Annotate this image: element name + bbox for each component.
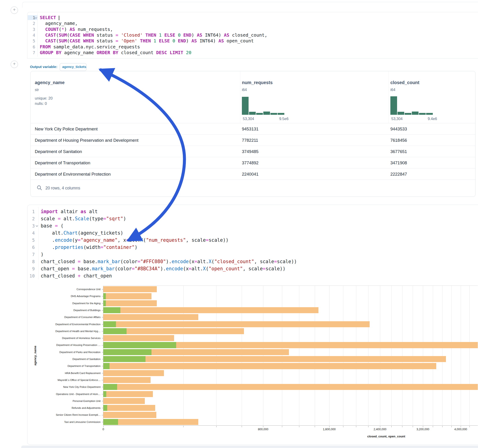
bar-closed-count (103, 314, 198, 320)
y-axis-label: DHS Advantage Programs (71, 293, 101, 300)
cell-closed-count: 3471908 (390, 160, 407, 165)
histogram-min-label: 53,304 (391, 117, 403, 121)
code-line[interactable]: 2 agency_name, (28, 20, 477, 26)
bar-closed-count (103, 321, 370, 327)
table-row[interactable]: Department of Environmental Protection22… (31, 168, 475, 180)
gridline (356, 286, 356, 425)
y-axis-label: Department of Parks and Recreation (59, 349, 101, 356)
gridline (380, 286, 380, 425)
bar-closed-count (103, 335, 174, 341)
add-cell-button[interactable]: + (11, 6, 18, 14)
cell-agency-name: Department of Transportation (35, 160, 90, 165)
x-tick (442, 426, 442, 427)
line-number: 3 (28, 27, 38, 32)
gridline (343, 286, 343, 425)
code-text: CAST(SUM(CASE WHEN status = 'Open' THEN … (38, 38, 254, 44)
line-number: 4 (28, 230, 38, 236)
code-text: base = ( (38, 223, 64, 229)
code-line[interactable]: 3base = ( (28, 222, 477, 229)
code-line[interactable]: 10chart_closed + chart_open (28, 272, 477, 279)
cell-closed-count: 9443533 (390, 126, 407, 132)
column-stat-unique: unique: 20 (35, 96, 53, 100)
histogram-bar (270, 113, 277, 115)
gridline (452, 286, 452, 425)
y-axis-label: Operations Unit - Department of Hom… (56, 391, 101, 398)
histogram-bar (390, 96, 397, 115)
histogram-bar (242, 97, 249, 115)
x-tick (402, 426, 402, 427)
code-line[interactable]: 2scale = alt.Scale(type="sqrt") (28, 215, 477, 222)
table-row[interactable]: Department of Sanitation37494853677651 (31, 146, 475, 157)
code-text: ) (38, 252, 44, 257)
sql-code-editor[interactable]: 1SELECT 2 agency_name,3 COUNT(*) AS num_… (28, 15, 477, 56)
cell-num-requests: 9453131 (242, 126, 258, 132)
code-line[interactable]: 7GROUP BY agency_name ORDER BY closed_co… (28, 50, 477, 56)
gridline (413, 286, 413, 425)
y-axis-label: Correspondence Unit (76, 286, 101, 293)
y-axis-label: Department for the Aging (72, 300, 101, 307)
gridline (402, 286, 402, 425)
table-row[interactable]: Department of Transportation377489234719… (31, 157, 475, 168)
cell-closed-count: 2222847 (390, 172, 407, 177)
column-stat-nulls: nulls: 0 (35, 101, 47, 106)
gridline (263, 286, 263, 425)
column-histogram (242, 96, 284, 115)
x-tick (343, 426, 343, 427)
bar-open-count (103, 328, 126, 334)
y-tick (102, 317, 103, 317)
code-line[interactable]: 6FROM sample_data.nyc.service_requests (28, 44, 477, 50)
code-text: chart_closed + chart_open (38, 273, 112, 279)
table-row[interactable]: Department of Housing Preservation and D… (31, 134, 475, 146)
bar-open-count (103, 356, 145, 362)
output-variable-pill[interactable]: agency_tickets (60, 63, 87, 71)
code-line[interactable]: 4 CAST(SUM(CASE WHEN status = 'Closed' T… (28, 32, 477, 38)
cell-closed-count: 7618456 (390, 138, 407, 143)
line-number: 9 (28, 266, 38, 271)
code-line[interactable]: 9chart_open = base.mark_bar(color="#8BC3… (28, 265, 477, 272)
gridline (242, 286, 242, 425)
bar-closed-count (103, 370, 164, 376)
chart-x-axis-line (103, 425, 478, 426)
x-tick (315, 426, 315, 427)
line-number: 8 (28, 259, 38, 264)
x-axis-tick-label: 800,000 (258, 428, 268, 431)
histogram-bar (249, 112, 256, 115)
code-line[interactable]: 5 CAST(SUM(CASE WHEN status = 'Open' THE… (28, 38, 477, 44)
column-header-agency-name: agency_name (35, 80, 65, 85)
code-line[interactable]: 3 COUNT(*) AS num_requests, (28, 26, 477, 32)
code-line[interactable]: 4 alt.Chart(agency_tickets) (28, 229, 477, 236)
y-tick (102, 422, 103, 422)
y-tick (102, 408, 103, 408)
code-text: alt.Chart(agency_tickets) (38, 230, 123, 236)
bar-closed-count (103, 363, 436, 369)
code-line[interactable]: 8chart_closed = base.mark_bar(color="#FF… (28, 258, 477, 265)
code-line[interactable]: 6 .properties(width="container") (28, 244, 477, 251)
code-text: CAST(SUM(CASE WHEN status = 'Closed' THE… (38, 32, 267, 38)
bar-closed-count (103, 300, 157, 306)
histogram-bar (278, 113, 284, 115)
bar-closed-count (103, 356, 446, 362)
code-line[interactable]: 1import altair as alt (28, 208, 477, 215)
histogram-bar (426, 113, 433, 115)
y-axis-label: Department of Homeless Services (62, 335, 101, 342)
y-axis-label: Department of Transportation (68, 362, 101, 369)
search-icon[interactable] (37, 185, 42, 192)
gridline (423, 286, 423, 425)
bar-open-count (103, 342, 176, 348)
code-line[interactable]: 7) (28, 251, 477, 258)
python-code-editor[interactable]: 1import altair as alt2scale = alt.Scale(… (28, 208, 477, 279)
line-number: 10 (28, 273, 38, 278)
column-separator (240, 71, 240, 123)
code-line[interactable]: 1SELECT (28, 15, 477, 20)
gridline (433, 286, 433, 425)
x-tick (423, 426, 423, 427)
histogram-bar (256, 113, 263, 115)
code-text: scale = alt.Scale(type="sqrt") (38, 216, 126, 221)
chart-x-axis-title: closed_count, open_count (367, 435, 405, 438)
y-axis-label: Department of Buildings (74, 307, 101, 314)
add-cell-button[interactable]: + (11, 61, 18, 68)
table-row[interactable]: New York City Police Department945313194… (31, 123, 475, 135)
code-line[interactable]: 5 .encode(y="agency_name", x=alt.X("num_… (28, 236, 477, 244)
code-text: SELECT (38, 15, 59, 20)
y-axis-label: Personal Exemption Unit (73, 398, 101, 404)
